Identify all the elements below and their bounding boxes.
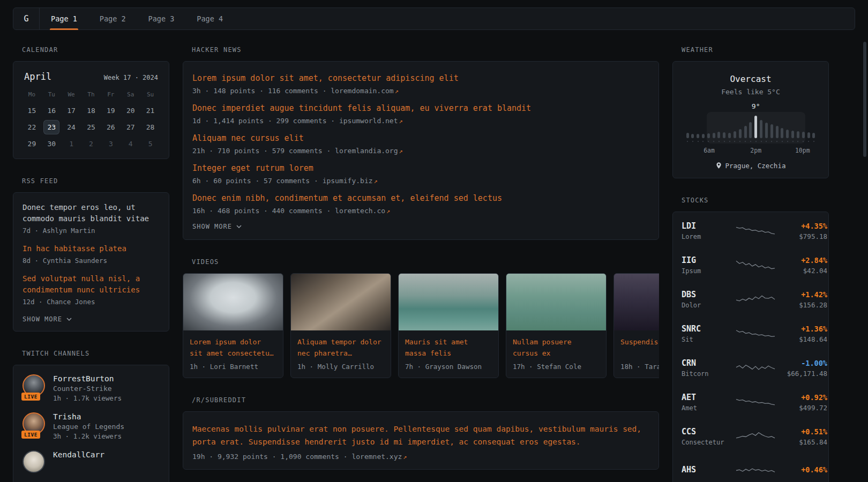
- weather-time-label: 2pm: [750, 147, 761, 154]
- weather-hour-bar: [701, 134, 705, 142]
- calendar-day: 29: [22, 135, 42, 152]
- hackernews-widget: Lorem ipsum dolor sit amet, consectetur …: [183, 61, 659, 240]
- hn-item-meta: 3h · 148 points · 116 comments · loremdo…: [192, 87, 649, 95]
- video-thumbnail[interactable]: [506, 274, 606, 330]
- stock-id: IIG Ipsum: [682, 255, 735, 275]
- hn-item-domain[interactable]: loremlandia.org: [335, 147, 398, 155]
- video-card: Mauris sit amet massa felis 7h · Grayson…: [398, 273, 499, 378]
- calendar-day-of-week: Fr: [101, 87, 121, 102]
- twitch-avatar[interactable]: [23, 450, 45, 473]
- middle-column: HACKER NEWS Lorem ipsum dolor sit amet, …: [183, 46, 659, 482]
- stocks-section: STOCKS LDI Lorem +4.35% $795.18 IIG: [672, 197, 829, 482]
- weather-hour-bar: [760, 120, 763, 142]
- tab-page-2[interactable]: Page 2: [88, 8, 137, 29]
- tab-page-4[interactable]: Page 4: [185, 8, 234, 29]
- hn-item-domain[interactable]: loremdomain.com: [331, 87, 393, 95]
- video-meta: 1h · Molly Carrillo: [297, 363, 384, 371]
- right-column: WEATHER Overcast Feels like 5°C 9° 6am2p…: [672, 46, 829, 482]
- show-more-label: SHOW MORE: [192, 223, 232, 230]
- weather-hour-bar: [738, 129, 742, 142]
- hn-item: Donec enim nibh, condimentum et accumsan…: [192, 193, 649, 215]
- hn-item-domain[interactable]: ipsumworld.net: [339, 117, 398, 125]
- subreddit-post-meta: 19h · 9,932 points · 1,090 comments · lo…: [192, 453, 649, 461]
- stock-sparkline: [735, 223, 776, 239]
- rss-item-title[interactable]: In hac habitasse platea: [23, 243, 160, 254]
- weather-hour-bar: [791, 131, 795, 142]
- calendar-day-of-week: We: [62, 87, 81, 102]
- subreddit-section: /R/SUBREDDIT Maecenas mollis pulvinar er…: [183, 396, 659, 470]
- hn-meta-text: 6h · 60 points · 57 comments ·: [192, 177, 323, 185]
- video-title[interactable]: Aliquam tempor dolor nec pharetra…: [297, 336, 384, 359]
- external-link-icon: ↗: [374, 177, 378, 185]
- video-thumbnail[interactable]: [399, 274, 498, 330]
- tab-page-1[interactable]: Page 1: [40, 8, 88, 29]
- rss-item-title[interactable]: Donec tempor eros leo, ut commodo mauris…: [23, 202, 160, 224]
- weather-bars: [686, 115, 815, 142]
- stock-change: +0.46%: [776, 465, 827, 474]
- stock-change: +0.51%: [776, 427, 827, 436]
- twitch-channel-name[interactable]: Trisha: [53, 412, 124, 421]
- twitch-channel-name[interactable]: ForrestBurton: [53, 374, 122, 383]
- rss-show-more-button[interactable]: SHOW MORE: [23, 315, 72, 323]
- video-card: Lorem ipsum dolor sit amet consectetu… 1…: [183, 273, 283, 378]
- stock-name: Bitcorn: [682, 370, 735, 378]
- calendar-day: 25: [81, 119, 101, 135]
- twitch-channel-name[interactable]: KendallCarr: [53, 450, 104, 459]
- show-more-label: SHOW MORE: [23, 315, 62, 323]
- stock-ticker: CRN: [682, 358, 735, 368]
- twitch-channel: LIVE ForrestBurton Counter-Strike 1h · 1…: [23, 374, 160, 402]
- subreddit-post-domain[interactable]: loremnet.xyz: [351, 453, 402, 461]
- hn-item-title[interactable]: Aliquam nec cursus elit: [192, 133, 649, 144]
- hn-show-more-button[interactable]: SHOW MORE: [192, 223, 242, 230]
- weather-hour-bar: [717, 132, 721, 142]
- twitch-widget: LIVE ForrestBurton Counter-Strike 1h · 1…: [13, 365, 169, 482]
- video-title[interactable]: Lorem ipsum dolor sit amet consectetu…: [190, 336, 276, 359]
- weather-hour-bar: [686, 133, 689, 142]
- video-meta: 18h · Tara: [620, 363, 659, 371]
- stock-id: DBS Dolor: [682, 290, 735, 309]
- hn-item-domain[interactable]: ipsumify.biz: [323, 177, 373, 185]
- hn-item-title[interactable]: Lorem ipsum dolor sit amet, consectetur …: [192, 73, 649, 84]
- stock-values: +1.36% $148.64: [776, 325, 827, 343]
- section-title-hackernews: HACKER NEWS: [192, 46, 659, 54]
- calendar-day: 24: [62, 119, 81, 135]
- twitch-channel: LIVE Trisha League of Legends 3h · 1.2k …: [23, 412, 160, 440]
- hn-meta-text: 1d · 1,414 points · 299 comments ·: [192, 117, 339, 125]
- weather-hour-bar: [749, 122, 752, 142]
- hn-item-title[interactable]: Donec enim nibh, condimentum et accumsan…: [192, 193, 649, 204]
- weather-time-label: 10pm: [795, 147, 810, 154]
- stock-values: +0.92% $499.72: [776, 393, 827, 412]
- subreddit-post-title[interactable]: Maecenas mollis pulvinar erat non posuer…: [192, 423, 649, 448]
- hn-item-title[interactable]: Donec imperdiet augue tincidunt felis al…: [192, 103, 649, 114]
- rss-widget: Donec tempor eros leo, ut commodo mauris…: [13, 192, 169, 332]
- weather-hour-bar: [770, 124, 773, 142]
- subreddit-post: Maecenas mollis pulvinar erat non posuer…: [192, 423, 649, 461]
- video-title[interactable]: Mauris sit amet massa felis: [405, 336, 492, 359]
- weather-hour-bar: [754, 116, 758, 142]
- rss-item-title[interactable]: Sed volutpat nulla nisl, a condimentum n…: [23, 273, 160, 296]
- video-thumbnail[interactable]: [614, 274, 659, 330]
- video-title[interactable]: Suspendisse diam: [620, 336, 659, 359]
- calendar-day: 3: [101, 135, 121, 152]
- weather-hour-bar: [796, 131, 799, 142]
- video-meta: 17h · Stefan Cole: [513, 363, 600, 371]
- rss-item-meta: 12d · Chance Jones: [23, 298, 160, 306]
- external-link-icon: ↗: [399, 117, 403, 125]
- video-thumbnail[interactable]: [291, 274, 391, 330]
- weather-hour-bar: [691, 134, 694, 142]
- video-thumbnail[interactable]: [183, 274, 283, 330]
- weather-peak-temp: 9°: [752, 102, 760, 110]
- hn-item-domain[interactable]: loremtech.co: [335, 207, 385, 215]
- weather-hour-bar: [807, 132, 810, 142]
- twitch-avatar[interactable]: LIVE: [23, 374, 45, 397]
- twitch-section: TWITCH CHANNELS LIVE ForrestBurton Count…: [13, 350, 169, 482]
- scrollbar-thumb[interactable]: [863, 42, 866, 157]
- stock-row: AHS +0.46%: [673, 454, 828, 482]
- hn-item-title[interactable]: Integer eget rutrum lorem: [192, 163, 649, 174]
- subreddit-widget: Maecenas mollis pulvinar erat non posuer…: [183, 411, 659, 470]
- twitch-avatar[interactable]: LIVE: [23, 412, 45, 435]
- stock-price: $499.72: [776, 404, 827, 412]
- twitch-channel-info: ForrestBurton Counter-Strike 1h · 1.7k v…: [53, 374, 122, 402]
- tab-page-3[interactable]: Page 3: [137, 8, 186, 29]
- video-title[interactable]: Nullam posuere cursus ex: [513, 336, 600, 359]
